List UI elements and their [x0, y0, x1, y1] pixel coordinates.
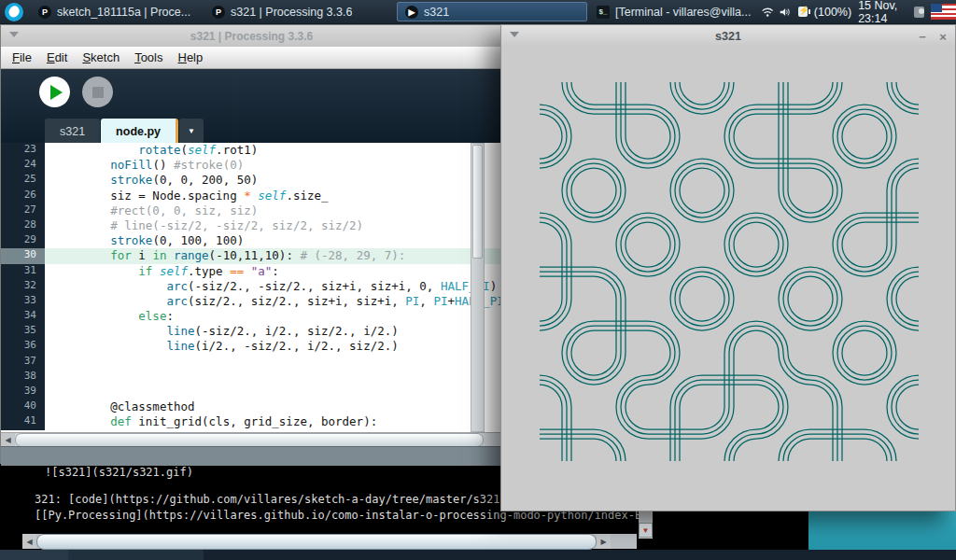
- line-number: 23: [1, 143, 45, 158]
- editor-tabs: s321node.py▼: [45, 119, 204, 144]
- clock[interactable]: 15 Nov, 23:14: [858, 0, 907, 25]
- line-number: 28: [1, 218, 45, 233]
- volume-icon[interactable]: [780, 6, 791, 19]
- editor-horizontal-scrollbar[interactable]: ◀: [1, 432, 502, 446]
- processing-icon: P: [38, 6, 51, 19]
- code-line[interactable]: 30 for i in range(-10,11,10): # (-28, 29…: [1, 248, 502, 263]
- line-number: 25: [1, 173, 45, 188]
- ide-toolbar: s321node.py▼: [1, 69, 502, 144]
- scroll-right-arrow[interactable]: ▶: [597, 534, 611, 549]
- line-number: 35: [1, 324, 45, 339]
- menu-edit[interactable]: Edit: [39, 50, 75, 64]
- run-button[interactable]: [39, 77, 70, 107]
- taskbar-button[interactable]: Ps321 | Processing 3.3.6: [204, 2, 395, 21]
- sketch-titlebar[interactable]: s321 − ×: [501, 25, 955, 49]
- stop-button[interactable]: [82, 77, 113, 107]
- processing-ide-window: s321 | Processing 3.3.6 FileEditSketchTo…: [0, 24, 503, 464]
- tab-menu-dropdown[interactable]: ▼: [179, 119, 204, 144]
- sketch-canvas: [501, 48, 955, 511]
- minimize-button[interactable]: −: [914, 28, 931, 45]
- taskbar-button-label: sketch_181115a | Proce...: [57, 6, 190, 19]
- taskbar-button-label: s321 | Processing 3.3.6: [231, 6, 352, 19]
- line-number: 36: [1, 339, 45, 354]
- code-line[interactable]: 26 siz = Node.spacing * self.size_: [1, 189, 502, 203]
- line-number: 39: [1, 385, 45, 399]
- line-number: 40: [1, 399, 45, 414]
- code-line[interactable]: 34 else:: [1, 309, 502, 324]
- code-line[interactable]: 29 stroke(0, 100, 100): [1, 233, 502, 248]
- tab-node.py[interactable]: node.py: [101, 119, 178, 144]
- sketch-output-window: s321 − ×: [500, 24, 956, 511]
- code-line[interactable]: 24 noFill() #stroke(0): [1, 158, 502, 173]
- bottom-window-edge: [0, 550, 956, 560]
- terminal-horizontal-scrollbar[interactable]: ◀ ▶: [22, 534, 637, 549]
- line-number: 24: [1, 158, 45, 173]
- menu-file[interactable]: File: [5, 50, 39, 64]
- close-button[interactable]: ×: [935, 28, 951, 45]
- code-line[interactable]: 39: [1, 385, 502, 399]
- line-number: 31: [1, 264, 45, 279]
- line-number: 33: [1, 294, 45, 309]
- line-number: 38: [1, 370, 45, 385]
- line-number: 27: [1, 203, 45, 218]
- code-line[interactable]: 32 arc(-siz/2., -siz/2., siz+i, siz+i, 0…: [1, 279, 502, 294]
- line-number: 34: [1, 309, 45, 324]
- terminal-text-line: ![s321](s321/s321.gif): [45, 466, 193, 479]
- scroll-left-arrow[interactable]: ◀: [22, 534, 36, 549]
- code-line[interactable]: 23 rotate(self.rot1): [1, 143, 502, 158]
- us-flag-icon[interactable]: [931, 4, 956, 20]
- code-line[interactable]: 36 line(i/2., -siz/2., i/2., siz/2.): [1, 339, 502, 354]
- code-line[interactable]: 28 # line(-siz/2, -siz/2, siz/2, siz/2): [1, 218, 502, 233]
- menu-sketch[interactable]: Sketch: [75, 50, 127, 64]
- window-menu-icon[interactable]: [510, 32, 519, 37]
- editor-vertical-scrollbar[interactable]: [471, 143, 485, 432]
- battery-icon[interactable]: [798, 7, 808, 17]
- line-number: 26: [1, 189, 45, 203]
- battery-percent: (100%): [814, 6, 851, 19]
- code-line[interactable]: 40 @classmethod: [1, 399, 502, 414]
- code-line[interactable]: 31 if self.type == "a":: [1, 264, 502, 279]
- taskbar: Psketch_181115a | Proce...Ps321 | Proces…: [0, 0, 956, 24]
- processing-icon: P: [212, 6, 225, 19]
- stop-icon: [92, 87, 104, 98]
- taskbar-button[interactable]: Psketch_181115a | Proce...: [31, 2, 203, 21]
- line-number: 37: [1, 355, 45, 370]
- applications-menu-icon[interactable]: [5, 3, 23, 21]
- code-line[interactable]: 35 line(-siz/2., i/2., siz/2., i/2.): [1, 324, 502, 339]
- line-number: 41: [1, 414, 45, 429]
- terminal-icon: $_: [597, 6, 610, 19]
- code-editor[interactable]: 23 rotate(self.rot1)24 noFill() #stroke(…: [1, 143, 502, 432]
- camera-icon[interactable]: [914, 7, 924, 18]
- ide-title: s321 | Processing 3.3.6: [190, 30, 313, 43]
- window-menu-icon[interactable]: [9, 32, 19, 37]
- line-number: 29: [1, 233, 45, 248]
- line-number: 30: [1, 248, 45, 263]
- taskbar-button-label: [Terminal - villares@villa...: [615, 6, 751, 19]
- taskbar-button-label: s321: [424, 6, 449, 19]
- taskbar-button[interactable]: ▶s321: [397, 2, 587, 21]
- scroll-left-arrow[interactable]: ◀: [1, 433, 15, 446]
- scroll-down-arrow[interactable]: ▼: [639, 523, 653, 538]
- code-line[interactable]: 25 stroke(0, 0, 200, 50): [1, 173, 502, 188]
- menu-help[interactable]: Help: [170, 50, 210, 64]
- desktop-teal-area: [808, 511, 956, 550]
- terminal-text-line: 321: [code](https://github.com/villares/…: [35, 493, 500, 506]
- ide-titlebar[interactable]: s321 | Processing 3.3.6: [1, 25, 502, 47]
- ide-menubar: FileEditSketchToolsHelp: [1, 47, 502, 69]
- code-line[interactable]: 41 def init_grid(cls, grid_size, border)…: [1, 414, 502, 429]
- code-line[interactable]: 33 arc(siz/2., siz/2., siz+i, siz+i, PI,…: [1, 294, 502, 309]
- tab-s321[interactable]: s321: [45, 119, 100, 144]
- wifi-icon[interactable]: [762, 6, 773, 19]
- play-icon: [50, 85, 63, 100]
- menu-tools[interactable]: Tools: [127, 50, 170, 64]
- system-tray: (100%) 15 Nov, 23:14: [762, 0, 956, 25]
- code-line[interactable]: 27 #rect(0, 0, siz, siz): [1, 203, 502, 218]
- taskbar-button[interactable]: $_[Terminal - villares@villa...: [589, 2, 761, 21]
- ide-message-bar: [1, 446, 502, 466]
- play-icon: ▶: [405, 6, 418, 19]
- code-line[interactable]: 37: [1, 355, 502, 370]
- sketch-title: s321: [715, 30, 741, 43]
- line-number: 32: [1, 279, 45, 294]
- code-line[interactable]: 38: [1, 370, 502, 385]
